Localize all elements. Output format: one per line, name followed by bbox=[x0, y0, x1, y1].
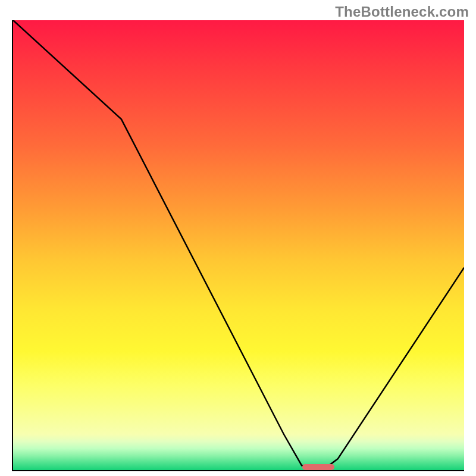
chart-container: TheBottleneck.com bbox=[0, 0, 476, 476]
line-series bbox=[13, 20, 464, 470]
bottleneck-curve-path bbox=[13, 20, 464, 465]
optimal-marker bbox=[302, 464, 334, 470]
watermark-text: TheBottleneck.com bbox=[335, 4, 469, 20]
plot-area bbox=[12, 20, 464, 471]
